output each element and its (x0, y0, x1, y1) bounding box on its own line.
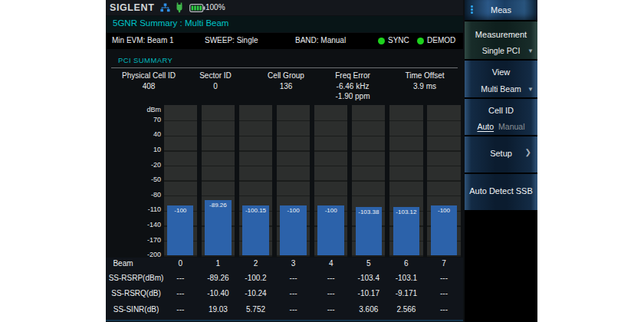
cell-id-auto-option[interactable]: Auto (477, 122, 494, 131)
bar-value-label: -103.38 (356, 209, 382, 215)
gridline (314, 150, 347, 151)
beam-bar-5: -103.38 (356, 207, 382, 255)
table-cell: -103.1 (388, 274, 425, 282)
gridline (352, 150, 385, 151)
gridline (164, 150, 197, 151)
gridline (352, 196, 385, 196)
title-bar: 5GNR Summary : Multi Beam (106, 16, 463, 32)
table-cell: 5.752 (238, 305, 274, 314)
status-band: BAND: Manual (295, 36, 346, 44)
gridline (202, 136, 235, 136)
gridline (277, 196, 310, 196)
battery-percent: 100% (205, 3, 225, 12)
table-cell: --- (313, 289, 350, 297)
table-cell: -10.17 (350, 289, 387, 297)
table-cell: --- (162, 305, 199, 314)
table-cell: 0 (162, 259, 199, 268)
table-cell: 3 (275, 259, 312, 268)
gridline (277, 136, 310, 136)
table-cell: 1 (199, 259, 236, 268)
gridline (389, 166, 422, 166)
gridline (164, 196, 197, 196)
gridline (427, 255, 460, 256)
gridline (389, 255, 422, 256)
gridline (314, 166, 347, 166)
beam-bar-6: -103.12 (393, 207, 419, 255)
beam-column-2: -100.15 (239, 105, 272, 256)
gridline (164, 136, 197, 136)
table-cell: --- (162, 274, 199, 282)
table-row-label: Beam (77, 259, 169, 268)
gridline (389, 120, 422, 121)
cell-id-button[interactable]: Cell ID AutoManual (465, 99, 537, 135)
table-cell: 2 (238, 259, 274, 268)
gridline (427, 150, 460, 151)
beam-bar-7: -100 (431, 205, 457, 255)
y-axis-tick-label: -110 (130, 205, 161, 213)
gridline (202, 150, 235, 151)
menu-sidebar: Meas Measurement Single PCI ▼ View Multi… (465, 0, 537, 322)
table-cell: --- (426, 289, 462, 297)
y-axis-tick-label: 40 (130, 130, 161, 138)
gridline (202, 120, 235, 121)
y-axis-tick-label: 10 (130, 146, 161, 153)
gridline (314, 180, 347, 181)
setup-button[interactable]: Setup ❯ (465, 136, 537, 172)
gridline (389, 150, 422, 151)
table-cell: 7 (426, 259, 462, 268)
gridline (239, 150, 272, 151)
y-axis-tick-label: -170 (130, 236, 161, 244)
y-axis-tick-label: -50 (130, 176, 161, 183)
cell-id-label: Cell ID (465, 106, 537, 115)
gridline (427, 196, 460, 196)
gridline (164, 180, 197, 181)
measurement-button[interactable]: Measurement Single PCI ▼ (465, 21, 537, 59)
gridline (314, 136, 347, 136)
measurement-value: Single PCI (465, 46, 537, 55)
gridline (239, 255, 272, 256)
sync-indicator (378, 38, 385, 44)
y-axis-tick-label: -20 (130, 161, 161, 169)
table-cell: --- (313, 274, 350, 282)
table-cell: --- (275, 289, 312, 297)
gridline (314, 120, 347, 121)
bar-value-label: -100 (280, 207, 306, 214)
battery-icon (189, 4, 205, 12)
gridline (389, 180, 422, 181)
gridline (277, 180, 310, 181)
view-button[interactable]: View Multi Beam ▼ (465, 61, 537, 97)
table-cell: --- (275, 305, 312, 314)
meas-menu-title: Meas (465, 0, 537, 20)
gridline (239, 166, 272, 166)
bar-value-label: -100 (167, 207, 193, 214)
bar-value-label: -103.12 (393, 209, 419, 215)
table-cell: 4 (313, 259, 350, 268)
table-cell: --- (426, 274, 462, 282)
measurement-label: Measurement (465, 30, 537, 39)
beam-bar-chart: -100-89.26-100.15-100-100-103.38-103.12-… (164, 105, 462, 256)
bar-value-label: -89.26 (205, 202, 231, 209)
table-cell: 6 (388, 259, 425, 268)
beam-bar-0: -100 (167, 205, 193, 255)
auto-detect-ssb-button[interactable]: Auto Detect SSB (465, 174, 537, 210)
usb-icon (175, 2, 184, 13)
top-status-bar: SIGLENT 100% (106, 0, 463, 15)
gridline (164, 120, 197, 121)
cell-id-manual-option[interactable]: Manual (498, 122, 524, 131)
table-cell: 3.606 (350, 305, 387, 314)
gridline (314, 196, 347, 196)
cell-id-toggle[interactable]: AutoManual (465, 122, 537, 131)
meas-menu-header[interactable]: Meas (465, 0, 537, 20)
bar-value-label: -100 (317, 207, 343, 214)
beam-column-5: -103.38 (352, 105, 385, 256)
demod-indicator (417, 38, 424, 44)
table-cell: -10.24 (238, 289, 274, 297)
gridline (352, 255, 385, 256)
view-label: View (465, 67, 537, 77)
gridline (164, 255, 197, 256)
gridline (202, 196, 235, 196)
instrument-screen: SIGLENT 100% 5GNR Summary : Multi Beam M… (106, 0, 465, 322)
gridline (277, 120, 310, 121)
lan-icon (160, 3, 170, 12)
gridline (202, 166, 235, 166)
